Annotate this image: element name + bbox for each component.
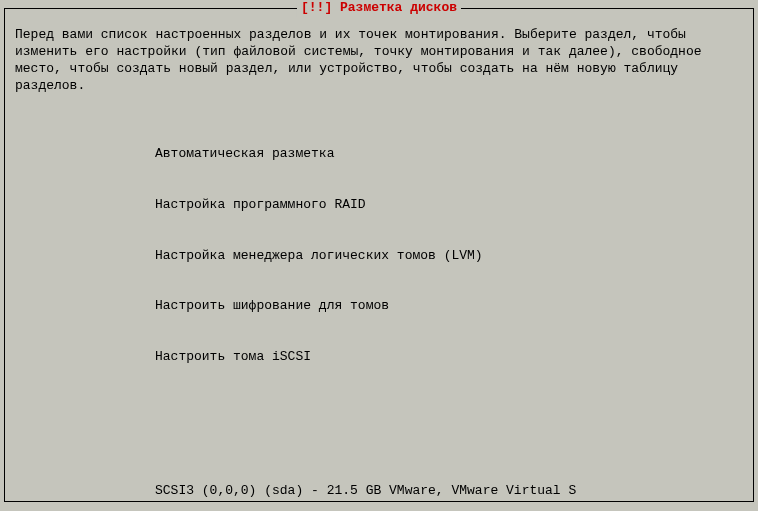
dialog-frame: [!!] Разметка дисков Перед вами список н…: [4, 8, 754, 502]
menu-configure-lvm[interactable]: Настройка менеджера логических томов (LV…: [155, 248, 743, 265]
dialog-title: [!!] Разметка дисков: [297, 0, 461, 17]
menu-auto-partition[interactable]: Автоматическая разметка: [155, 146, 743, 163]
disk-header-sda[interactable]: SCSI3 (0,0,0) (sda) - 21.5 GB VMware, VM…: [155, 483, 743, 500]
intro-text: Перед вами список настроенных разделов и…: [15, 27, 743, 95]
spacer: [155, 417, 743, 433]
menu-configure-raid[interactable]: Настройка программного RAID: [155, 197, 743, 214]
menu-block: Автоматическая разметка Настройка програ…: [155, 113, 743, 511]
menu-configure-encryption[interactable]: Настроить шифрование для томов: [155, 298, 743, 315]
dialog-content: Перед вами список настроенных разделов и…: [5, 9, 753, 511]
menu-configure-iscsi[interactable]: Настроить тома iSCSI: [155, 349, 743, 366]
